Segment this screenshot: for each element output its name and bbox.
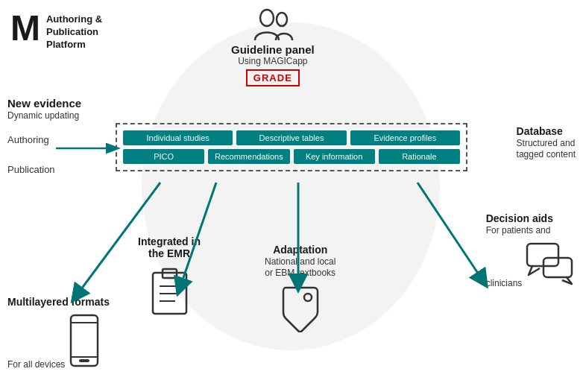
svg-point-0 [260, 10, 274, 26]
guideline-panel-title: Guideline panel [231, 43, 315, 56]
database-sublabel2: tagged content [517, 149, 576, 159]
new-evidence-section: New evidence Dynamic updating [7, 97, 81, 121]
people-icon [250, 7, 295, 43]
logo: M Authoring &PublicationPlatform [10, 10, 102, 51]
tag-recommendations: Recommendations [208, 149, 289, 164]
tag-descriptive-tables: Descriptive tables [236, 130, 346, 145]
svg-point-16 [304, 294, 312, 301]
guideline-panel-subtitle: Using MAGICapp [238, 56, 307, 66]
database-dashed-box: Individual studies Descriptive tables Ev… [116, 123, 467, 171]
decision-aids-subtitle1: For patients and [486, 225, 551, 235]
tag-rationale: Rationale [379, 149, 460, 164]
logo-text: Authoring &PublicationPlatform [46, 10, 102, 51]
grade-badge: GRADE [246, 69, 300, 86]
adaptation-title: Adaptation [273, 244, 327, 256]
arrow-to-database [56, 142, 123, 155]
svg-rect-10 [79, 359, 89, 362]
tag-icon [280, 284, 321, 332]
multilayered-section: Multilayered formats For all devices [7, 296, 110, 370]
svg-point-1 [277, 13, 287, 26]
decision-aids-section: Decision aids For patients and clinician… [486, 212, 576, 288]
tag-pico: PICO [123, 149, 204, 164]
tag-individual-studies: Individual studies [123, 130, 233, 145]
multilayered-subtitle: For all devices [7, 359, 65, 370]
chat-icon [525, 241, 576, 286]
decision-aids-title: Decision aids [486, 212, 553, 224]
integrated-section: Integrated inthe EMR [138, 235, 201, 317]
integrated-title: Integrated inthe EMR [138, 235, 201, 259]
database-label-section: Database Structured and tagged content [517, 125, 576, 159]
guideline-panel: Guideline panel Using MAGICapp GRADE [231, 7, 315, 86]
tag-key-information: Key information [294, 149, 375, 164]
clipboard-icon [149, 265, 190, 317]
database-row-1: Individual studies Descriptive tables Ev… [123, 130, 460, 145]
decision-aids-subtitle2: clinicians [486, 278, 523, 288]
adaptation-subtitle2: or EBM textbooks [265, 268, 335, 278]
database-label: Database [517, 125, 563, 137]
new-evidence-title: New evidence [7, 97, 81, 110]
multilayered-title: Multilayered formats [7, 296, 110, 308]
adaptation-subtitle1: National and local [265, 256, 335, 267]
logo-letter: M [10, 10, 40, 46]
publication-label: Publication [7, 164, 55, 175]
new-evidence-subtitle: Dynamic updating [7, 110, 79, 121]
phone-icon [68, 314, 101, 367]
adaptation-section: Adaptation National and local or EBM tex… [265, 244, 335, 332]
database-row-2: PICO Recommendations Key information Rat… [123, 149, 460, 164]
database-area: Individual studies Descriptive tables Ev… [116, 123, 467, 171]
tag-evidence-profiles: Evidence profiles [350, 130, 460, 145]
database-sublabel1: Structured and [517, 138, 576, 148]
authoring-label: Authoring [7, 134, 49, 145]
